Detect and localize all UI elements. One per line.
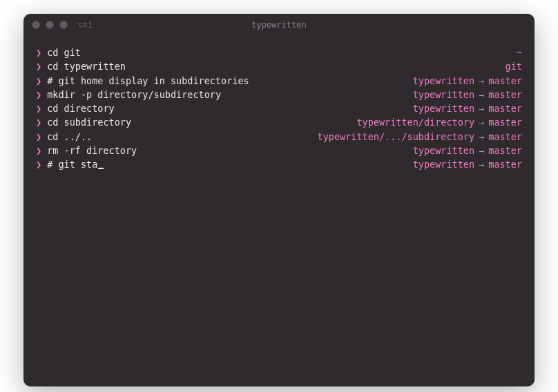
terminal-line: ❯# git statypewritten→master (36, 157, 522, 171)
branch-text: master (488, 101, 522, 115)
line-left: ❯# git sta (36, 157, 104, 171)
line-left: ❯mkdir -p directory/subdirectory (36, 88, 221, 101)
titlebar: ⌥⌘1 typewritten (23, 14, 535, 36)
path-text: typewritten (413, 144, 474, 157)
arrow-icon: → (479, 88, 484, 101)
line-right: typewritten→master (413, 144, 522, 157)
prompt-symbol: ❯ (36, 115, 41, 129)
shell-indicator: ⌥⌘1 (77, 21, 93, 30)
arrow-icon: → (479, 130, 484, 144)
line-left: ❯cd ../.. (36, 130, 92, 144)
line-right: typewritten→master (413, 157, 522, 171)
close-icon[interactable] (32, 21, 40, 29)
branch-text: master (488, 88, 522, 101)
line-left: ❯rm -rf directory (36, 144, 137, 157)
branch-text: master (488, 74, 522, 88)
line-right: typewritten→master (413, 88, 522, 101)
command-text: cd directory (47, 101, 115, 115)
prompt-symbol: ❯ (36, 46, 41, 59)
line-left: ❯cd subdirectory (36, 115, 131, 129)
command-text: rm -rf directory (47, 144, 137, 157)
command-text: cd ../.. (47, 130, 92, 144)
path-text: typewritten (413, 101, 474, 115)
path-text: git (506, 59, 522, 73)
command-text: cd git (47, 46, 81, 59)
arrow-icon: → (479, 157, 484, 171)
path-text: typewritten (413, 157, 474, 171)
arrow-icon: → (479, 101, 484, 115)
line-left: ❯# git home display in subdirectories (36, 74, 249, 88)
prompt-symbol: ❯ (36, 130, 41, 144)
line-right: typewritten→master (413, 101, 522, 115)
branch-text: master (488, 115, 522, 129)
terminal-line: ❯cd directorytypewritten→master (36, 101, 522, 115)
traffic-lights (32, 21, 68, 29)
branch-text: master (488, 130, 522, 144)
minimize-icon[interactable] (46, 21, 54, 29)
path-text: typewritten/directory (356, 115, 474, 129)
prompt-symbol: ❯ (36, 144, 41, 157)
arrow-icon: → (479, 144, 484, 157)
terminal-line: ❯rm -rf directorytypewritten→master (36, 144, 522, 157)
line-right: git (506, 59, 522, 73)
cursor-icon (98, 168, 104, 169)
path-text: typewritten (413, 88, 474, 101)
window-title: typewritten (251, 20, 306, 30)
prompt-symbol: ❯ (36, 157, 41, 171)
line-right: typewritten→master (413, 74, 522, 88)
line-left: ❯cd typewritten (36, 59, 126, 73)
arrow-icon: → (479, 115, 484, 129)
command-text: mkdir -p directory/subdirectory (47, 88, 221, 101)
command-text: cd typewritten (47, 59, 126, 73)
path-text: typewritten/.../subdirectory (318, 130, 475, 144)
terminal-window: ⌥⌘1 typewritten ❯cd git~❯cd typewritteng… (23, 14, 535, 386)
prompt-symbol: ❯ (36, 59, 41, 73)
command-text: # git sta (47, 157, 97, 171)
line-right: ~ (517, 46, 522, 59)
terminal-line: ❯cd typewrittengit (36, 59, 522, 73)
maximize-icon[interactable] (59, 21, 68, 29)
terminal-line: ❯mkdir -p directory/subdirectorytypewrit… (36, 88, 522, 101)
prompt-symbol: ❯ (36, 101, 41, 115)
branch-text: master (488, 157, 522, 171)
command-text: cd subdirectory (47, 115, 131, 129)
line-left: ❯cd directory (36, 101, 115, 115)
home-path: ~ (517, 46, 522, 59)
prompt-symbol: ❯ (36, 88, 41, 101)
terminal-line: ❯# git home display in subdirectoriestyp… (36, 74, 522, 88)
command-text: # git home display in subdirectories (47, 74, 249, 88)
terminal-line: ❯cd ../..typewritten/.../subdirectory→ma… (36, 130, 522, 144)
arrow-icon: → (479, 74, 484, 88)
terminal-body[interactable]: ❯cd git~❯cd typewrittengit❯# git home di… (23, 36, 535, 386)
line-right: typewritten/.../subdirectory→master (318, 130, 523, 144)
prompt-symbol: ❯ (36, 74, 41, 88)
branch-text: master (488, 144, 522, 157)
path-text: typewritten (413, 74, 474, 88)
terminal-line: ❯cd subdirectorytypewritten/directory→ma… (36, 115, 522, 129)
line-left: ❯cd git (36, 46, 81, 59)
terminal-line: ❯cd git~ (36, 46, 522, 59)
line-right: typewritten/directory→master (356, 115, 522, 129)
